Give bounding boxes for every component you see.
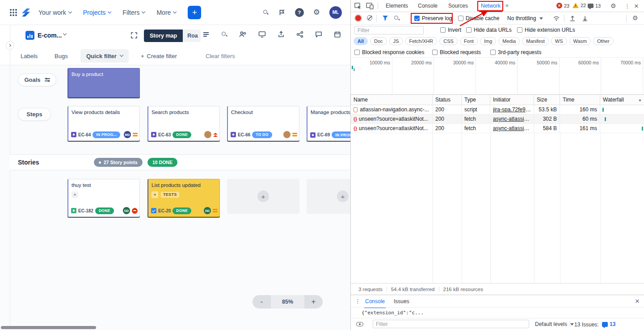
clear-filters-button[interactable]: Clear filters — [206, 53, 235, 59]
request-initiator-link[interactable]: async-atlassia... — [493, 116, 531, 122]
announcement-icon[interactable] — [278, 9, 286, 16]
filter-bugs[interactable]: Bugs — [55, 53, 68, 59]
step-card[interactable]: Checkout EC-66 TO DO — [227, 106, 299, 141]
assignee-avatar[interactable] — [283, 131, 290, 138]
settings-gear-icon[interactable]: ⚙ — [313, 8, 320, 16]
assignee-avatar[interactable] — [204, 131, 211, 138]
devtools-settings-icon[interactable]: ⚙ — [610, 3, 616, 9]
record-network-log-button[interactable] — [355, 15, 361, 21]
comment-icon[interactable] — [315, 31, 322, 38]
pill-ws[interactable]: WS — [551, 37, 567, 45]
drawer-menu-icon[interactable]: ⋮ — [355, 298, 361, 304]
add-card-placeholder[interactable]: + — [307, 179, 351, 214]
device-toolbar-icon[interactable] — [366, 3, 374, 9]
search-network-icon[interactable] — [394, 15, 400, 21]
pill-fetch-xhr[interactable]: Fetch/XHR — [405, 37, 437, 45]
column-waterfall[interactable]: Waterfall▲ — [600, 95, 644, 105]
monitor-icon[interactable] — [258, 31, 266, 38]
story-card[interactable]: thuy test + EC-182 DONE DD — [67, 179, 140, 217]
pill-font[interactable]: Font — [460, 37, 478, 45]
clear-network-log-icon[interactable] — [367, 15, 372, 21]
tab-console[interactable]: Console — [418, 3, 438, 9]
zoom-out-button[interactable]: - — [253, 295, 271, 309]
blocked-requests-checkbox[interactable]: Blocked requests — [432, 49, 481, 55]
people-icon[interactable] — [239, 31, 247, 38]
assignee-avatar[interactable]: MD — [124, 131, 131, 138]
create-button[interactable]: + — [188, 6, 201, 19]
pill-media[interactable]: Media — [498, 37, 520, 45]
app-switcher-icon[interactable] — [10, 9, 12, 11]
request-initiator-link[interactable]: jira-spa.72fe95... — [493, 106, 531, 113]
blocked-response-cookies-checkbox[interactable]: Blocked response cookies — [354, 49, 424, 55]
throttling-dropdown[interactable]: No throttling — [507, 15, 543, 21]
column-name[interactable]: Name — [351, 95, 433, 105]
pill-doc[interactable]: Doc — [370, 37, 387, 45]
calendar-icon[interactable] — [334, 31, 341, 38]
filter-labels[interactable]: Labels — [21, 53, 38, 59]
invert-checkbox[interactable]: Invert — [440, 27, 461, 33]
share-icon[interactable] — [296, 31, 303, 38]
project-name[interactable]: E-com... — [38, 32, 62, 39]
nav-projects[interactable]: Projects — [79, 6, 116, 19]
network-conditions-icon[interactable] — [553, 16, 560, 21]
network-settings-gear-icon[interactable]: ⚙ — [632, 15, 638, 21]
project-chevron-icon[interactable] — [63, 32, 67, 35]
pill-css[interactable]: CSS — [439, 37, 458, 45]
step-card[interactable]: Search products EC-63 DONE — [147, 106, 220, 141]
lane-goals[interactable]: Goals — [18, 73, 56, 86]
column-type[interactable]: Type — [462, 95, 490, 105]
inspect-element-icon[interactable] — [354, 3, 362, 9]
network-request-row[interactable]: atlassian-navigation.async-... 200 scrip… — [351, 105, 644, 114]
add-label-button[interactable]: + — [152, 191, 158, 198]
column-initiator[interactable]: Initiator — [490, 95, 534, 105]
import-har-icon[interactable] — [569, 15, 576, 21]
horizontal-scrollbar[interactable] — [1, 326, 96, 329]
more-tabs-icon[interactable]: » — [505, 2, 508, 8]
column-time[interactable]: Time — [560, 95, 600, 105]
search-icon[interactable] — [263, 9, 269, 16]
pill-js[interactable]: JS — [389, 37, 403, 45]
pill-manifest[interactable]: Manifest — [522, 37, 549, 45]
pill-img[interactable]: Img — [480, 37, 496, 45]
nav-filters[interactable]: Filters — [118, 6, 149, 19]
quick-filter-button[interactable]: Quick filter — [80, 49, 129, 63]
tab-sources[interactable]: Sources — [448, 3, 468, 9]
live-expression-eye-icon[interactable] — [356, 322, 363, 326]
hide-data-urls-checkbox[interactable]: Hide data URLs — [466, 27, 512, 33]
assignee-avatar[interactable]: DD — [123, 207, 130, 214]
step-card[interactable]: View products details EC-64 IN PROG... M… — [67, 106, 140, 141]
fullscreen-icon[interactable] — [130, 32, 138, 39]
default-levels-dropdown[interactable]: Default levels — [535, 321, 574, 327]
pill-wasm[interactable]: Wasm — [569, 37, 591, 45]
request-initiator-link[interactable]: async-atlassia... — [493, 125, 531, 131]
filter-funnel-icon[interactable] — [382, 15, 388, 21]
drawer-close-icon[interactable]: × — [635, 297, 640, 305]
goal-card[interactable]: Buy a product — [67, 68, 140, 97]
user-avatar[interactable]: ML — [329, 6, 342, 19]
zoom-in-button[interactable]: + — [304, 295, 323, 309]
third-party-requests-checkbox[interactable]: 3rd-party requests — [490, 49, 541, 55]
nav-your-work[interactable]: Your work — [34, 6, 76, 19]
devtools-menu-icon[interactable]: ⋮ — [624, 3, 630, 9]
pill-all[interactable]: All — [354, 37, 368, 45]
console-log-row[interactable]: {"extension_id":"c... — [351, 307, 644, 318]
tab-story-map[interactable]: Story map — [144, 30, 183, 42]
export-har-icon[interactable] — [582, 15, 588, 21]
column-size[interactable]: Size — [534, 95, 560, 105]
tab-network[interactable]: Network — [481, 3, 501, 9]
story-card-selected[interactable]: List products updated + TESTS EC-20 DONE… — [147, 179, 220, 217]
column-status[interactable]: Status — [433, 95, 462, 105]
nav-more[interactable]: More — [152, 6, 181, 19]
help-icon[interactable]: ? — [295, 8, 304, 17]
drawer-tab-issues[interactable]: Issues — [394, 298, 409, 305]
network-request-row[interactable]: { }unseen?source=atlaskitNot... 200 fetc… — [351, 114, 644, 124]
create-filter-button[interactable]: +Create filter — [141, 53, 177, 59]
expand-sidebar-button[interactable] — [6, 41, 14, 50]
add-subitem-button[interactable]: + — [72, 191, 78, 198]
tab-roadmap[interactable]: Roa — [183, 30, 201, 42]
network-filter-input[interactable] — [354, 26, 424, 34]
assignee-avatar[interactable]: DD — [204, 207, 211, 214]
add-card-placeholder[interactable]: + — [227, 179, 299, 214]
list-icon[interactable] — [202, 31, 210, 38]
network-request-row[interactable]: { }unseen?source=atlaskitNot... 200 fetc… — [351, 124, 644, 133]
